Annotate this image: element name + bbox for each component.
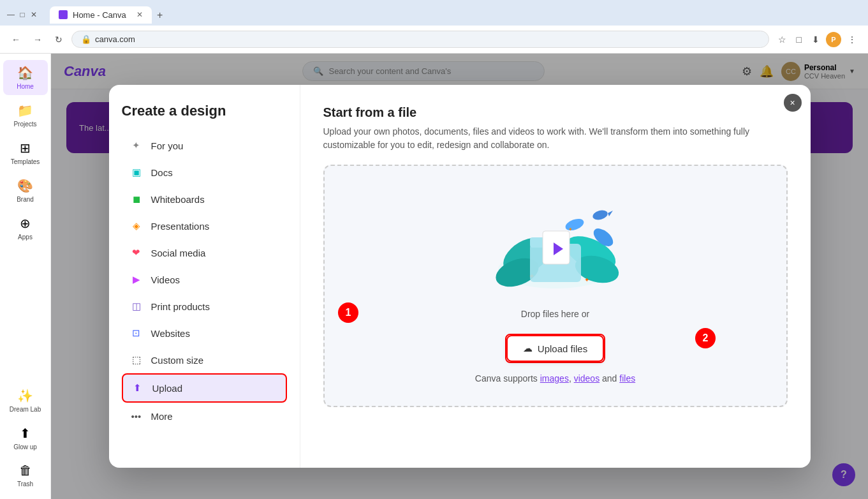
sidebar-item-dreamlab[interactable]: ✨ Dream Lab xyxy=(3,383,48,418)
maximize-button[interactable]: □ xyxy=(18,10,27,19)
browser-chrome: — □ ✕ Home - Canva ✕ + ← → ↻ 🔒 canva.com… xyxy=(0,0,868,54)
upload-illustration: ✦ ✦ ✦ xyxy=(485,174,626,301)
supports-text: Canva supports images, videos and files xyxy=(475,372,635,385)
extensions-button[interactable]: □ xyxy=(793,32,805,47)
menu-label-whiteboards: Whiteboards xyxy=(151,194,205,205)
lock-icon: 🔒 xyxy=(81,34,91,44)
sidebar-item-brand[interactable]: 🎨 Brand xyxy=(3,173,48,208)
svg-marker-8 xyxy=(608,211,613,216)
menu-item-foryou[interactable]: ✦ For you xyxy=(122,132,287,159)
sidebar-item-projects[interactable]: 📁 Projects xyxy=(3,98,48,133)
sidebar-item-glowup[interactable]: ⬆ Glow up xyxy=(3,421,48,456)
tab-label: Home - Canva xyxy=(73,10,126,20)
upload-cloud-icon: ☁ xyxy=(523,343,533,354)
menu-item-custom[interactable]: ⬚ Custom size xyxy=(122,346,287,373)
menu-button[interactable]: ⋮ xyxy=(844,32,860,47)
bookmark-button[interactable]: ☆ xyxy=(774,32,790,47)
minimize-button[interactable]: — xyxy=(6,10,15,19)
sidebar-item-home[interactable]: 🏠 Home xyxy=(3,60,48,95)
trash-icon: 🗑 xyxy=(19,463,32,478)
svg-point-7 xyxy=(591,209,608,221)
menu-item-social[interactable]: ❤ Social media xyxy=(122,239,287,266)
menu-label-websites: Websites xyxy=(151,328,190,339)
menu-item-more[interactable]: ••• More xyxy=(122,403,287,429)
sidebar-label-trash: Trash xyxy=(17,480,33,488)
supports-files-link[interactable]: files xyxy=(619,373,635,384)
sidebar-label-templates: Templates xyxy=(11,158,40,165)
download-button[interactable]: ⬇ xyxy=(808,32,823,47)
main-content: Canva 🔍 Search your content and Canva's … xyxy=(51,54,868,499)
apps-icon: ⊕ xyxy=(20,216,31,231)
menu-item-print[interactable]: ◫ Print products xyxy=(122,293,287,320)
menu-item-presentations[interactable]: ◈ Presentations xyxy=(122,212,287,239)
supports-images-link[interactable]: images xyxy=(540,373,569,384)
sidebar-item-templates[interactable]: ⊞ Templates xyxy=(3,135,48,170)
tab-bar: Home - Canva ✕ + xyxy=(43,6,174,24)
foryou-icon: ✦ xyxy=(129,138,143,153)
supports-prefix: Canva supports xyxy=(475,373,540,384)
sidebar: 🏠 Home 📁 Projects ⊞ Templates 🎨 Brand ⊕ … xyxy=(0,54,51,499)
address-bar[interactable]: 🔒 canva.com xyxy=(71,31,769,48)
new-tab-button[interactable]: + xyxy=(152,7,168,24)
menu-item-docs[interactable]: ▣ Docs xyxy=(122,159,287,186)
modal-title: Create a design xyxy=(122,103,287,119)
browser-profile[interactable]: P xyxy=(826,32,841,47)
svg-point-6 xyxy=(564,216,585,232)
docs-icon: ▣ xyxy=(129,165,143,179)
upload-drop-zone[interactable]: ✦ ✦ ✦ Drop files here or xyxy=(323,165,788,407)
menu-label-more: More xyxy=(151,411,173,422)
menu-label-social: Social media xyxy=(151,248,206,258)
templates-icon: ⊞ xyxy=(20,140,31,156)
custom-icon: ⬚ xyxy=(129,353,143,367)
projects-icon: 📁 xyxy=(17,103,33,118)
upload-button-label: Upload files xyxy=(538,343,587,354)
refresh-button[interactable]: ↻ xyxy=(51,32,66,47)
modal-left-panel: Create a design ✦ For you ▣ Docs ◼ White… xyxy=(109,85,300,468)
menu-label-presentations: Presentations xyxy=(151,221,210,232)
menu-label-docs: Docs xyxy=(151,167,173,178)
home-icon: 🏠 xyxy=(17,65,33,80)
upload-files-button[interactable]: ☁ Upload files xyxy=(506,335,604,362)
menu-label-videos: Videos xyxy=(151,274,180,285)
sidebar-label-dreamlab: Dream Lab xyxy=(10,406,41,413)
sidebar-item-trash[interactable]: 🗑 Trash xyxy=(3,458,48,493)
address-text: canva.com xyxy=(95,34,135,44)
menu-label-custom: Custom size xyxy=(151,355,204,366)
modal-close-button[interactable]: × xyxy=(784,94,802,112)
close-button[interactable]: ✕ xyxy=(29,10,38,19)
app-container: 🏠 Home 📁 Projects ⊞ Templates 🎨 Brand ⊕ … xyxy=(0,54,868,499)
more-icon: ••• xyxy=(129,409,143,423)
videos-icon: ▶ xyxy=(129,272,143,287)
annotation-2: 2 xyxy=(695,328,716,348)
sidebar-label-projects: Projects xyxy=(13,121,36,128)
active-tab[interactable]: Home - Canva ✕ xyxy=(50,6,152,24)
whiteboards-icon: ◼ xyxy=(129,192,143,206)
back-button[interactable]: ← xyxy=(8,32,24,47)
menu-item-videos[interactable]: ▶ Videos xyxy=(122,266,287,293)
presentations-icon: ◈ xyxy=(129,219,143,233)
forward-button[interactable]: → xyxy=(29,32,46,47)
window-controls[interactable]: — □ ✕ xyxy=(6,10,38,19)
modal-right-panel: Start from a file Upload your own photos… xyxy=(300,85,811,468)
sidebar-label-brand: Brand xyxy=(17,196,34,203)
create-design-modal: × Create a design ✦ For you ▣ Docs ◼ Whi… xyxy=(109,85,811,468)
tab-close-button[interactable]: ✕ xyxy=(136,10,143,19)
menu-item-websites[interactable]: ⊡ Websites xyxy=(122,320,287,346)
menu-item-upload[interactable]: ⬆ Upload xyxy=(122,373,287,403)
svg-text:✦: ✦ xyxy=(568,227,573,232)
right-panel-title: Start from a file xyxy=(323,105,788,120)
tab-favicon xyxy=(59,10,68,19)
print-icon: ◫ xyxy=(129,299,143,313)
menu-label-foryou: For you xyxy=(151,140,184,151)
sidebar-label-glowup: Glow up xyxy=(13,443,37,451)
brand-icon: 🎨 xyxy=(17,178,33,193)
sidebar-item-apps[interactable]: ⊕ Apps xyxy=(3,211,48,246)
social-icon: ❤ xyxy=(129,246,143,260)
supports-videos-link[interactable]: videos xyxy=(574,373,600,384)
svg-text:✦: ✦ xyxy=(584,276,589,283)
supports-and: and xyxy=(600,373,619,384)
sidebar-label-apps: Apps xyxy=(18,234,33,241)
menu-item-whiteboards[interactable]: ◼ Whiteboards xyxy=(122,186,287,212)
glowup-icon: ⬆ xyxy=(20,426,31,441)
supports-comma: , xyxy=(569,373,574,384)
